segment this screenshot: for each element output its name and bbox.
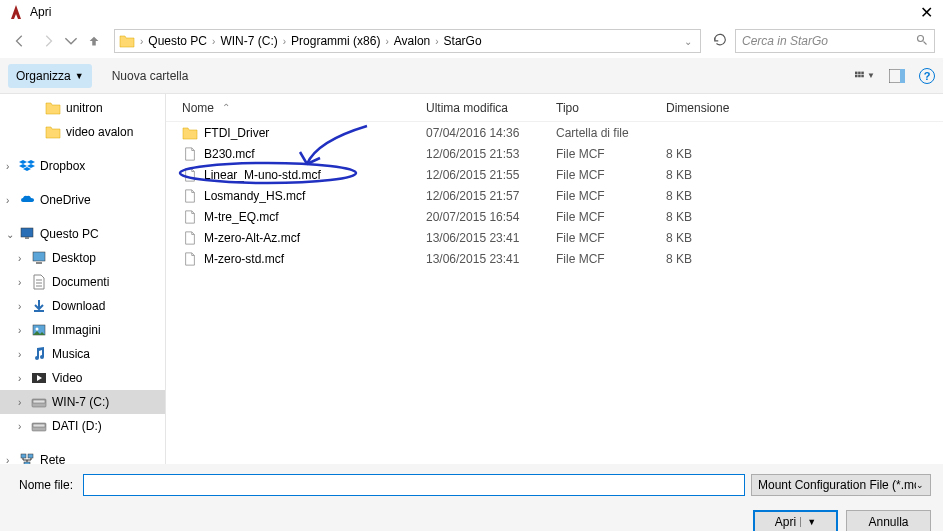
file-icon — [182, 146, 198, 162]
dropbox-icon — [18, 157, 36, 175]
column-header-type[interactable]: Tipo — [556, 101, 666, 115]
tree-item[interactable]: ›Musica — [0, 342, 165, 366]
file-modified: 12/06/2015 21:55 — [426, 168, 556, 182]
new-folder-button[interactable]: Nuova cartella — [112, 69, 189, 83]
window-title: Apri — [30, 5, 917, 19]
tree-item[interactable]: unitron — [0, 96, 165, 120]
help-button[interactable]: ? — [919, 68, 935, 84]
expand-arrow-icon[interactable]: › — [6, 161, 18, 172]
file-row[interactable]: Linear_M-uno-std.mcf12/06/2015 21:55File… — [166, 164, 943, 185]
app-icon — [8, 4, 24, 20]
file-name: M-tre_EQ.mcf — [204, 210, 279, 224]
file-name: M-zero-std.mcf — [204, 252, 284, 266]
tree-item-label: Dropbox — [40, 159, 85, 173]
column-header-modified[interactable]: Ultima modifica — [426, 101, 556, 115]
music-icon — [30, 345, 48, 363]
images-icon — [30, 321, 48, 339]
column-header-size[interactable]: Dimensione — [666, 101, 766, 115]
history-dropdown[interactable] — [64, 29, 78, 53]
tree-item[interactable]: ›Download — [0, 294, 165, 318]
svg-rect-2 — [858, 71, 861, 74]
breadcrumb-item[interactable]: WIN-7 (C:) — [218, 34, 279, 48]
breadcrumb[interactable]: › Questo PC › WIN-7 (C:) › Programmi (x8… — [114, 29, 701, 53]
tree-item-label: unitron — [66, 101, 103, 115]
expand-arrow-icon[interactable]: › — [18, 325, 30, 336]
expand-arrow-icon[interactable]: › — [18, 301, 30, 312]
back-button[interactable] — [8, 29, 32, 53]
expand-arrow-icon[interactable]: › — [18, 349, 30, 360]
column-header-name[interactable]: Nome⌃ — [166, 101, 426, 115]
view-button[interactable]: ▼ — [855, 66, 875, 86]
breadcrumb-item[interactable]: StarGo — [442, 34, 484, 48]
file-type: File MCF — [556, 189, 666, 203]
breadcrumb-item[interactable]: Avalon — [392, 34, 432, 48]
file-row[interactable]: B230.mcf12/06/2015 21:53File MCF8 KB — [166, 143, 943, 164]
expand-arrow-icon[interactable]: › — [18, 277, 30, 288]
documents-icon — [30, 273, 48, 291]
breadcrumb-item[interactable]: Programmi (x86) — [289, 34, 382, 48]
file-row[interactable]: M-tre_EQ.mcf20/07/2015 16:54File MCF8 KB — [166, 206, 943, 227]
filename-input[interactable] — [83, 474, 745, 496]
preview-pane-button[interactable] — [887, 66, 907, 86]
disk-icon — [30, 417, 48, 435]
organize-button[interactable]: Organizza ▼ — [8, 64, 92, 88]
file-icon — [182, 230, 198, 246]
tree-item[interactable]: ›Dropbox — [0, 154, 165, 178]
tree-item-label: Rete — [40, 453, 65, 464]
svg-point-14 — [36, 328, 39, 331]
file-icon — [182, 251, 198, 267]
svg-rect-10 — [25, 237, 29, 239]
expand-arrow-icon[interactable]: ⌄ — [6, 229, 18, 240]
tree-item[interactable]: ›Desktop — [0, 246, 165, 270]
svg-rect-5 — [858, 74, 861, 77]
file-size: 8 KB — [666, 147, 766, 161]
tree-item[interactable]: video avalon — [0, 120, 165, 144]
svg-rect-11 — [33, 252, 45, 261]
tree-item[interactable]: ›Documenti — [0, 270, 165, 294]
file-row[interactable]: M-zero-std.mcf13/06/2015 23:41File MCF8 … — [166, 248, 943, 269]
expand-arrow-icon[interactable]: › — [18, 373, 30, 384]
sort-asc-icon: ⌃ — [222, 102, 230, 113]
folder-icon — [44, 123, 62, 141]
file-modified: 13/06/2015 23:41 — [426, 252, 556, 266]
tree-item[interactable]: ›Immagini — [0, 318, 165, 342]
folder-icon — [182, 125, 198, 141]
file-modified: 12/06/2015 21:57 — [426, 189, 556, 203]
file-type: File MCF — [556, 252, 666, 266]
svg-rect-6 — [861, 74, 864, 77]
expand-arrow-icon[interactable]: › — [18, 421, 30, 432]
up-button[interactable] — [82, 29, 106, 53]
expand-arrow-icon[interactable]: › — [18, 253, 30, 264]
refresh-button[interactable] — [709, 33, 731, 50]
chevron-down-icon[interactable]: ⌄ — [680, 36, 696, 47]
file-modified: 13/06/2015 23:41 — [426, 231, 556, 245]
tree-item[interactable]: ›DATI (D:) — [0, 414, 165, 438]
expand-arrow-icon[interactable]: › — [6, 455, 18, 465]
download-icon — [30, 297, 48, 315]
tree-item[interactable]: ›WIN-7 (C:) — [0, 390, 165, 414]
tree-item[interactable]: ⌄Questo PC — [0, 222, 165, 246]
tree-item-label: Immagini — [52, 323, 101, 337]
expand-arrow-icon[interactable]: › — [6, 195, 18, 206]
network-icon — [18, 451, 36, 464]
svg-rect-1 — [855, 71, 858, 74]
chevron-down-icon: ▼ — [75, 71, 84, 81]
breadcrumb-item[interactable]: Questo PC — [146, 34, 209, 48]
forward-button[interactable] — [36, 29, 60, 53]
open-button[interactable]: Apri▼ — [753, 510, 838, 531]
expand-arrow-icon[interactable]: › — [18, 397, 30, 408]
file-type: File MCF — [556, 147, 666, 161]
tree-item[interactable]: ›OneDrive — [0, 188, 165, 212]
file-row[interactable]: Losmandy_HS.mcf12/06/2015 21:57File MCF8… — [166, 185, 943, 206]
search-input[interactable]: Cerca in StarGo — [735, 29, 935, 53]
cancel-button[interactable]: Annulla — [846, 510, 931, 531]
onedrive-icon — [18, 191, 36, 209]
file-row[interactable]: M-zero-Alt-Az.mcf13/06/2015 23:41File MC… — [166, 227, 943, 248]
file-row[interactable]: FTDI_Driver07/04/2016 14:36Cartella di f… — [166, 122, 943, 143]
tree-item[interactable]: ›Rete — [0, 448, 165, 464]
tree-item[interactable]: ›Video — [0, 366, 165, 390]
filetype-dropdown[interactable]: Mount Configuration File (*.mc⌄ — [751, 474, 931, 496]
file-icon — [182, 209, 198, 225]
close-icon[interactable]: ✕ — [917, 3, 935, 22]
sidebar: unitronvideo avalon›Dropbox›OneDrive⌄Que… — [0, 94, 165, 464]
